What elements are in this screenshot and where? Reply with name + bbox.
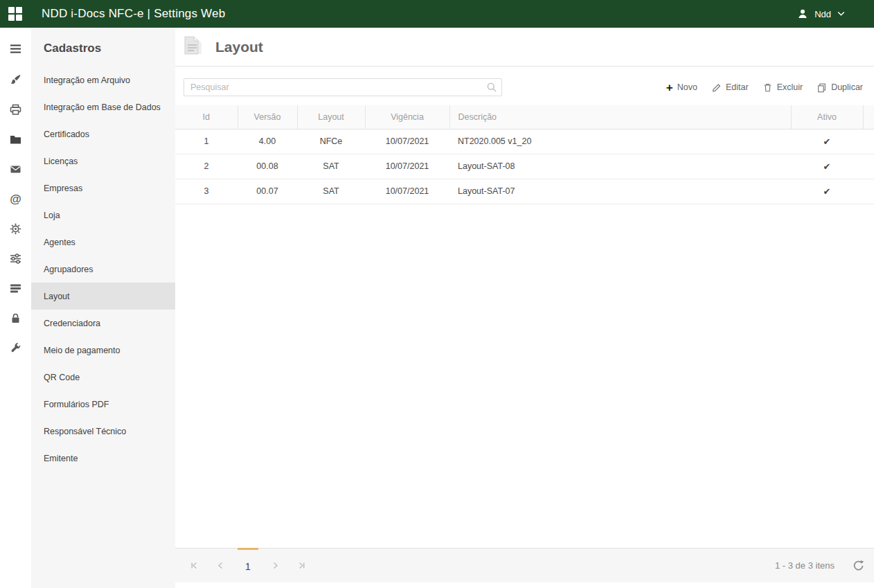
pager-prev-button[interactable] (211, 557, 229, 575)
mail-icon (9, 163, 22, 176)
editar-label: Editar (726, 82, 749, 92)
rail-item-tools[interactable] (0, 333, 31, 363)
sidebar-item-licencas[interactable]: Licenças (31, 148, 175, 175)
sidebar-item-formularios-pdf[interactable]: Formulários PDF (31, 391, 175, 418)
main-content: Layout + Novo Editar (175, 28, 874, 588)
sidebar-item-agentes[interactable]: Agentes (31, 229, 175, 256)
duplicate-icon (817, 82, 827, 93)
active-check-icon: ✔ (823, 161, 831, 172)
sidebar-item-loja[interactable]: Loja (31, 202, 175, 229)
refresh-icon (853, 560, 864, 571)
folder-icon (9, 133, 22, 146)
search-box (184, 78, 502, 96)
cell-layout: SAT (297, 154, 365, 179)
rail-menu-button[interactable] (0, 35, 31, 62)
sidebar-item-qr-code[interactable]: QR Code (31, 364, 175, 391)
novo-label: Novo (677, 82, 697, 92)
search-input[interactable] (184, 78, 502, 96)
column-header-ativo[interactable]: Ativo (791, 105, 863, 129)
active-check-icon: ✔ (823, 186, 831, 197)
sidebar-item-meio-de-pagamento[interactable]: Meio de pagamento (31, 337, 175, 364)
cell-id: 2 (175, 154, 238, 179)
pager: 1 1 - 3 de 3 itens (175, 548, 874, 582)
page-header: Layout (175, 28, 874, 66)
column-header-versao[interactable]: Versão (238, 105, 297, 129)
column-header-id[interactable]: Id (175, 105, 238, 129)
sidebar-item-responsavel-tecnico[interactable]: Responsável Técnico (31, 418, 175, 445)
cell-layout: SAT (297, 179, 365, 204)
column-header-layout[interactable]: Layout (297, 105, 365, 129)
column-header-descricao[interactable]: Descrição (449, 105, 791, 129)
cell-id: 1 (175, 129, 238, 154)
rail-item-printer[interactable] (0, 95, 31, 125)
user-name: Ndd (814, 9, 831, 19)
excluir-label: Excluir (777, 82, 803, 92)
layers-icon (9, 282, 22, 295)
table-header-row: Id Versão Layout Vigência Descrição Ativ… (175, 105, 874, 129)
duplicar-label: Duplicar (831, 82, 863, 92)
sidebar-item-empresas[interactable]: Empresas (31, 175, 175, 202)
sidebar: Cadastros Integração em Arquivo Integraç… (31, 28, 175, 588)
novo-button[interactable]: + Novo (666, 82, 697, 93)
cell-descricao: Layout-SAT-08 (449, 154, 791, 179)
sidebar-item-integracao-em-base-de-dados[interactable]: Integração em Base de Dados (31, 93, 175, 121)
cell-versao: 00.08 (238, 154, 297, 179)
first-page-icon (190, 561, 199, 570)
pager-current-page[interactable]: 1 (238, 548, 258, 582)
pager-refresh-button[interactable] (853, 560, 864, 571)
cell-vigencia: 10/07/2021 (365, 179, 449, 204)
active-check-icon: ✔ (823, 136, 831, 147)
trash-icon (762, 82, 773, 93)
cell-ativo: ✔ (791, 179, 863, 204)
next-page-icon (271, 561, 280, 570)
table-row[interactable]: 1 4.00 NFCe 10/07/2021 NT2020.005 v1_20 … (175, 129, 874, 154)
sidebar-item-emitente[interactable]: Emitente (31, 445, 175, 472)
rail-item-parameters[interactable] (0, 244, 31, 274)
app-grid-icon[interactable] (8, 7, 22, 21)
sidebar-item-layout[interactable]: Layout (31, 283, 175, 310)
search-icon[interactable] (486, 82, 497, 93)
wrench-icon (9, 341, 22, 355)
pager-info: 1 - 3 de 3 itens (775, 560, 835, 571)
sidebar-item-integracao-em-arquivo[interactable]: Integração em Arquivo (31, 66, 175, 93)
grid-toolbar: + Novo Editar Excluir (175, 66, 874, 105)
duplicar-button[interactable]: Duplicar (817, 82, 863, 93)
table-row[interactable]: 2 00.08 SAT 10/07/2021 Layout-SAT-08 ✔ (175, 154, 874, 179)
column-header-vigencia[interactable]: Vigência (365, 105, 449, 129)
rail-item-mail[interactable] (0, 154, 31, 184)
sidebar-item-agrupadores[interactable]: Agrupadores (31, 256, 175, 283)
rail-item-at[interactable]: @ (0, 184, 31, 214)
cell-vigencia: 10/07/2021 (365, 129, 449, 154)
sidebar-item-credenciadora[interactable]: Credenciadora (31, 310, 175, 337)
table-row[interactable]: 3 00.07 SAT 10/07/2021 Layout-SAT-07 ✔ (175, 179, 874, 204)
cell-versao: 4.00 (238, 129, 297, 154)
cell-ativo: ✔ (791, 129, 863, 154)
rail-item-settings[interactable] (0, 214, 31, 244)
cell-ativo: ✔ (791, 154, 863, 179)
rail-item-cadastros[interactable] (0, 125, 31, 154)
icon-rail: @ (0, 28, 31, 588)
cell-versao: 00.07 (238, 179, 297, 204)
rail-item-brush[interactable] (0, 65, 31, 95)
editar-button[interactable]: Editar (711, 82, 749, 93)
rail-item-security[interactable] (0, 303, 31, 333)
pager-first-button[interactable] (185, 557, 203, 575)
lock-icon (9, 312, 22, 325)
sidebar-item-certificados[interactable]: Certificados (31, 121, 175, 148)
sidebar-menu: Integração em Arquivo Integração em Base… (31, 66, 175, 472)
cell-layout: NFCe (297, 129, 365, 154)
chevron-down-icon (837, 11, 845, 17)
document-icon (179, 33, 207, 61)
column-header-filler (863, 105, 874, 129)
gear-icon (9, 222, 22, 235)
cell-descricao: Layout-SAT-07 (449, 179, 791, 204)
brush-icon (9, 73, 22, 87)
rail-item-queues[interactable] (0, 274, 31, 303)
layout-table: Id Versão Layout Vigência Descrição Ativ… (175, 105, 874, 204)
pager-next-button[interactable] (267, 557, 285, 575)
page-title: Layout (215, 39, 263, 55)
pager-last-button[interactable] (293, 557, 311, 575)
user-menu[interactable]: Ndd (797, 8, 874, 19)
content-spacer (175, 204, 874, 549)
excluir-button[interactable]: Excluir (762, 82, 803, 93)
